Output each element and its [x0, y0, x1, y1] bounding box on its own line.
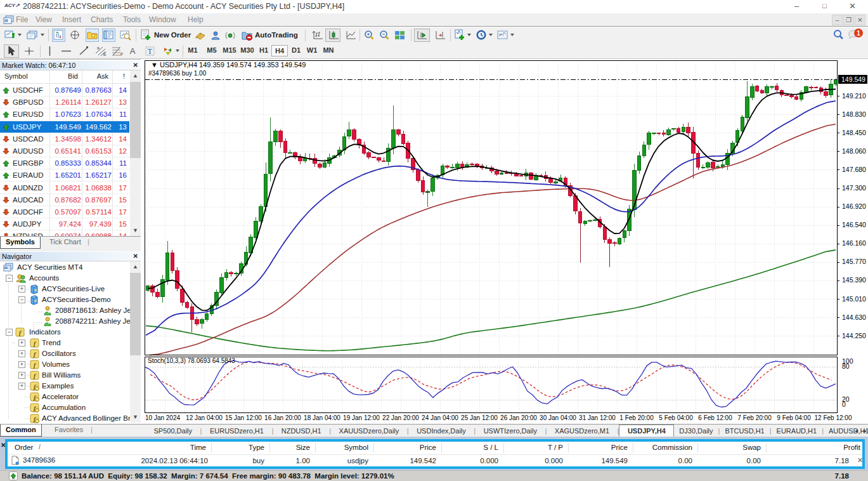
svg-text:31 Jan 12:00: 31 Jan 12:00	[579, 414, 616, 421]
svg-text:▼ USDJPY,H4 149.359 149.574 1: ▼ USDJPY,H4 149.359 149.574 149.353 149.…	[151, 61, 306, 69]
svg-text:146.160: 146.160	[842, 239, 866, 247]
svg-text:148.060: 148.060	[842, 147, 866, 155]
svg-text:145.010: 145.010	[842, 295, 866, 303]
svg-text:149.549: 149.549	[841, 76, 865, 83]
svg-text:25 Jan 12:00: 25 Jan 12:00	[461, 414, 498, 421]
svg-text:T: T	[148, 47, 153, 56]
svg-text:16 Jan 20:00: 16 Jan 20:00	[264, 414, 301, 421]
svg-text:18 Jan 04:00: 18 Jan 04:00	[304, 414, 340, 421]
svg-text:144.630: 144.630	[842, 313, 866, 321]
svg-text:145.390: 145.390	[842, 276, 866, 284]
svg-text:147.680: 147.680	[842, 166, 866, 173]
svg-text:6 Feb 12:00: 6 Feb 12:00	[698, 414, 732, 421]
svg-text:12 Jan 04:00: 12 Jan 04:00	[186, 414, 223, 421]
svg-text:80: 80	[842, 362, 850, 370]
svg-text:149.210: 149.210	[842, 92, 866, 100]
svg-text:30 Jan 04:00: 30 Jan 04:00	[540, 414, 576, 421]
svg-text:19 Jan 12:00: 19 Jan 12:00	[343, 414, 380, 421]
svg-text:146.920: 146.920	[842, 202, 866, 210]
svg-text:15 Jan 12:00: 15 Jan 12:00	[225, 414, 262, 421]
svg-text:0: 0	[842, 400, 846, 408]
svg-text:10 Jan 2024: 10 Jan 2024	[145, 414, 180, 421]
svg-text:145.770: 145.770	[842, 258, 866, 265]
svg-text:12 Feb 12:00: 12 Feb 12:00	[815, 414, 852, 421]
svg-text:F: F	[120, 52, 123, 56]
svg-text:9 Feb 04:00: 9 Feb 04:00	[777, 414, 811, 421]
svg-text:26 Jan 20:00: 26 Jan 20:00	[500, 414, 537, 421]
svg-text:7 Feb 20:00: 7 Feb 20:00	[737, 414, 772, 421]
svg-text:E: E	[103, 52, 107, 56]
svg-text:148.830: 148.830	[842, 110, 866, 118]
svg-text:#34789636 buy 1.00: #34789636 buy 1.00	[148, 70, 207, 77]
svg-text:148.450: 148.450	[842, 129, 866, 136]
svg-text:146.540: 146.540	[842, 221, 866, 228]
svg-text:22 Jan 20:00: 22 Jan 20:00	[382, 414, 419, 421]
svg-text:A: A	[130, 46, 136, 56]
svg-text:147.300: 147.300	[842, 184, 866, 192]
svg-text:Stoch(10,3,3) 78.0693 64.5843: Stoch(10,3,3) 78.0693 64.5843	[148, 357, 235, 364]
svg-text:144.250: 144.250	[842, 332, 866, 339]
svg-text:24 Jan 04:00: 24 Jan 04:00	[422, 414, 458, 421]
svg-text:5 Feb 04:00: 5 Feb 04:00	[659, 414, 693, 421]
svg-text:1 Feb 20:00: 1 Feb 20:00	[619, 414, 654, 421]
svg-text:1: 1	[857, 30, 860, 37]
